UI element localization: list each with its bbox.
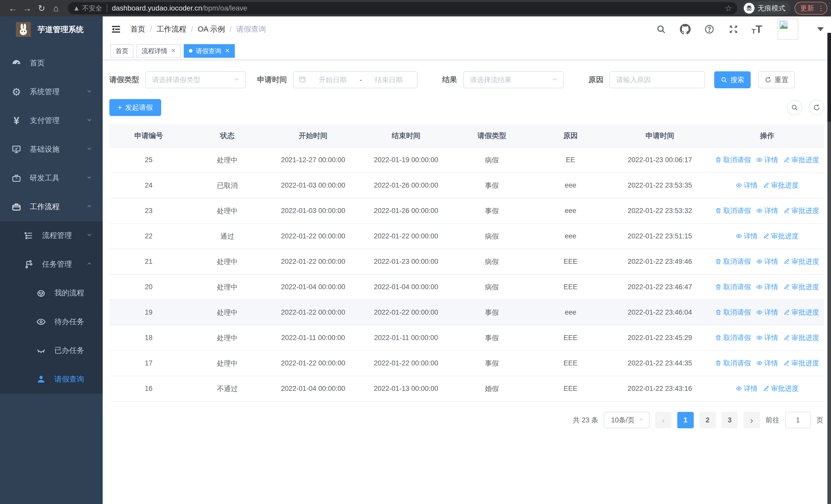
- sidebar-item-payment[interactable]: ¥ 支付管理: [0, 106, 103, 135]
- search-button[interactable]: 搜索: [714, 71, 751, 88]
- breadcrumb-workflow[interactable]: 工作流程: [156, 24, 186, 34]
- breadcrumb-home[interactable]: 首页: [131, 24, 145, 34]
- font-size-icon[interactable]: TT: [751, 24, 762, 35]
- sidebar-item-process-mgmt[interactable]: 流程管理: [0, 221, 103, 250]
- sidebar-item-infrastructure[interactable]: 基础设施: [0, 135, 103, 164]
- browser-forward-icon[interactable]: →: [20, 1, 34, 16]
- tab-home[interactable]: 首页: [110, 44, 134, 58]
- sidebar-item-dev-tools[interactable]: 研发工具: [0, 164, 103, 192]
- page-button-3[interactable]: 3: [721, 412, 738, 428]
- page-button-1[interactable]: 1: [677, 412, 694, 428]
- breadcrumb-separator: /: [191, 25, 193, 34]
- github-icon[interactable]: [679, 23, 691, 35]
- cell-leave-type: 事假: [453, 351, 531, 376]
- detail-link[interactable]: 详情: [756, 155, 778, 165]
- refresh-button[interactable]: [809, 100, 824, 115]
- detail-link[interactable]: 详情: [756, 282, 778, 292]
- page-button-2[interactable]: 2: [699, 412, 716, 428]
- sidebar-item-label: 请假查询: [54, 374, 84, 384]
- sidebar-item-task-mgmt[interactable]: 任务管理: [0, 250, 103, 279]
- cell-actions: 详情审批进度: [710, 376, 824, 402]
- scrollbar-thumb[interactable]: [827, 33, 831, 122]
- breadcrumb-oa-example[interactable]: OA 示例: [198, 24, 225, 34]
- cancel-leave-link[interactable]: 取消请假: [715, 206, 751, 215]
- cancel-leave-link[interactable]: 取消请假: [715, 282, 751, 292]
- create-leave-label: 发起请假: [125, 103, 153, 112]
- result-select[interactable]: 请选择流结果: [463, 71, 564, 88]
- detail-link[interactable]: 详情: [756, 358, 778, 368]
- cancel-leave-link[interactable]: 取消请假: [715, 308, 751, 317]
- start-date-placeholder: 开始日期: [310, 75, 356, 84]
- cancel-leave-link[interactable]: 取消请假: [715, 358, 751, 368]
- cell-reason: eee: [531, 300, 610, 325]
- cancel-leave-link[interactable]: 取消请假: [715, 333, 751, 342]
- reason-input[interactable]: [616, 76, 698, 84]
- detail-link[interactable]: 详情: [736, 181, 757, 190]
- search-icon[interactable]: [655, 23, 667, 35]
- toggle-search-button[interactable]: [787, 100, 802, 115]
- approval-progress-link[interactable]: 审批进度: [783, 257, 819, 266]
- cell-start-time: 2022-01-22 00:00:00: [267, 351, 360, 376]
- tab-process-detail[interactable]: 流程详情 ✕: [137, 44, 181, 58]
- date-range-picker[interactable]: 开始日期 - 结束日期: [293, 71, 418, 88]
- fullscreen-icon[interactable]: [727, 23, 740, 35]
- help-icon[interactable]: [703, 23, 716, 35]
- leave-type-select[interactable]: 请选择请假类型: [145, 71, 246, 88]
- create-leave-button[interactable]: + 发起请假: [109, 99, 161, 116]
- browser-menu-icon[interactable]: ⋮: [818, 5, 824, 11]
- cell-apply-time: 2022-01-22 23:45:29: [610, 325, 710, 351]
- detail-link[interactable]: 详情: [736, 232, 757, 241]
- prev-page-button[interactable]: ‹: [655, 412, 671, 428]
- close-icon[interactable]: ✕: [225, 48, 229, 54]
- sidebar-item-todo-tasks[interactable]: 待办任务: [0, 307, 103, 336]
- logo[interactable]: 芋道管理系统: [0, 17, 103, 42]
- browser-reload-icon[interactable]: ↻: [34, 1, 49, 16]
- browser-update-button[interactable]: 更新 ⋮: [795, 2, 827, 14]
- browser-home-icon[interactable]: ⌂: [49, 1, 63, 16]
- reset-button[interactable]: 重置: [758, 71, 795, 88]
- approval-progress-link[interactable]: 审批进度: [783, 282, 819, 292]
- sidebar-item-system[interactable]: ⚙ 系统管理: [0, 78, 103, 106]
- cancel-leave-link[interactable]: 取消请假: [715, 257, 751, 266]
- approval-progress-link[interactable]: 审批进度: [763, 384, 799, 393]
- collapse-sidebar-icon[interactable]: [110, 24, 122, 35]
- tab-leave-query[interactable]: 请假查询 ✕: [184, 44, 235, 58]
- browser-scrollbar[interactable]: [827, 33, 831, 504]
- approval-progress-link[interactable]: 审批进度: [763, 181, 799, 190]
- cancel-leave-link[interactable]: 取消请假: [715, 155, 751, 165]
- approval-progress-link[interactable]: 审批进度: [783, 308, 819, 317]
- cell-start-time: 2022-01-22 00:00:00: [267, 224, 360, 249]
- sidebar-item-home[interactable]: 首页: [0, 49, 103, 78]
- chevron-down-icon: [86, 145, 92, 154]
- approval-progress-link[interactable]: 审批进度: [783, 206, 819, 215]
- avatar-dropdown-caret-icon[interactable]: [817, 27, 824, 31]
- approval-progress-link[interactable]: 审批进度: [763, 232, 799, 241]
- bookmark-star-icon[interactable]: ☆: [725, 3, 732, 13]
- approval-progress-link[interactable]: 审批进度: [783, 358, 819, 368]
- detail-link[interactable]: 详情: [756, 308, 778, 317]
- sidebar-item-my-process[interactable]: 我的流程: [0, 279, 103, 307]
- browser-back-icon[interactable]: ←: [6, 1, 20, 16]
- sidebar-item-workflow[interactable]: 工作流程: [0, 192, 103, 221]
- address-bar[interactable]: ▲不安全 dashboard.yudao.iocoder.cn/bpm/oa/l…: [68, 2, 737, 14]
- detail-link[interactable]: 详情: [756, 257, 778, 266]
- approval-progress-link[interactable]: 审批进度: [783, 155, 819, 165]
- sidebar-menu: 首页 ⚙ 系统管理 ¥ 支付管理 基础设施 研发工具: [0, 49, 103, 394]
- next-page-button[interactable]: ›: [744, 412, 760, 428]
- select-placeholder: 请选择流结果: [470, 75, 512, 84]
- close-icon[interactable]: ✕: [171, 48, 175, 54]
- pagination: 共 23 条 10条/页 ‹ 1 2 3 › 前往 页: [109, 412, 824, 428]
- cell-leave-type: 病假: [453, 224, 531, 249]
- select-placeholder: 请选择请假类型: [152, 75, 200, 84]
- detail-link[interactable]: 详情: [756, 333, 778, 342]
- detail-link[interactable]: 详情: [756, 206, 778, 215]
- approval-progress-link[interactable]: 审批进度: [783, 333, 819, 342]
- sidebar-item-done-tasks[interactable]: 已办任务: [0, 336, 103, 365]
- security-warning[interactable]: ▲不安全: [73, 4, 102, 13]
- sidebar-item-leave-query[interactable]: 请假查询: [0, 365, 103, 394]
- chevron-up-icon: [86, 260, 92, 269]
- detail-link[interactable]: 详情: [736, 384, 757, 393]
- avatar[interactable]: [778, 19, 798, 40]
- page-size-select[interactable]: 10条/页: [604, 412, 650, 428]
- goto-page-input[interactable]: [785, 412, 811, 428]
